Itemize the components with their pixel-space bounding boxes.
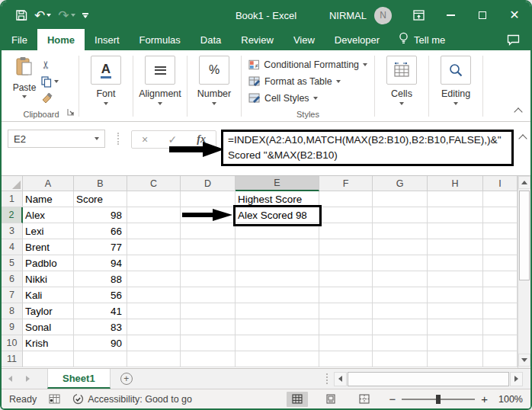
format-painter-button[interactable] (41, 92, 53, 104)
normal-view-icon[interactable] (287, 392, 308, 407)
maximize-button[interactable] (466, 2, 498, 29)
cell-g9[interactable] (373, 319, 428, 335)
cell-e10[interactable] (236, 335, 319, 351)
row-header-6[interactable]: 6 (2, 271, 23, 287)
save-icon[interactable] (15, 9, 27, 21)
scroll-up-icon[interactable] (518, 176, 530, 189)
tab-view[interactable]: View (284, 29, 325, 50)
cell-i1[interactable] (483, 191, 518, 207)
new-sheet-button[interactable]: + (111, 369, 143, 389)
row-header-5[interactable]: 5 (2, 255, 23, 271)
cell-i7[interactable] (483, 287, 518, 303)
cut-button[interactable]: ✂ (41, 59, 50, 71)
cell-e9[interactable] (236, 319, 319, 335)
previous-sheet-icon[interactable] (2, 369, 19, 389)
row-header-7[interactable]: 7 (2, 287, 23, 303)
macro-record-icon[interactable] (49, 394, 60, 404)
cell-i6[interactable] (483, 271, 518, 287)
cell-f11[interactable] (319, 351, 373, 367)
cells-group[interactable]: Cells (377, 53, 426, 121)
cell-a4[interactable]: Brent (23, 239, 74, 255)
zoom-out-icon[interactable]: − (389, 393, 396, 405)
font-dropdown-icon[interactable] (104, 102, 108, 105)
cell-f3[interactable] (319, 223, 373, 239)
cells-dropdown-icon[interactable] (399, 102, 404, 105)
cell-d6[interactable] (181, 271, 236, 287)
cell-f9[interactable] (319, 319, 373, 335)
zoom-level[interactable]: 100% (494, 394, 523, 405)
cell-b7[interactable]: 56 (74, 287, 127, 303)
zoom-slider[interactable] (402, 399, 475, 400)
column-header-e[interactable]: E (236, 176, 319, 191)
cell-a9[interactable]: Sonal (23, 319, 74, 335)
row-header-4[interactable]: 4 (2, 239, 23, 255)
cell-a6[interactable]: Nikki (23, 271, 74, 287)
cell-g8[interactable] (373, 303, 428, 319)
enter-icon[interactable]: ✓ (168, 133, 177, 146)
cell-h10[interactable] (428, 335, 483, 351)
cell-i11[interactable] (483, 351, 518, 367)
cell-g10[interactable] (373, 335, 428, 351)
copy-button[interactable] (41, 75, 59, 88)
undo-dropdown-icon[interactable] (46, 14, 51, 17)
insert-function-icon[interactable]: fx (197, 133, 206, 146)
cell-f5[interactable] (319, 255, 373, 271)
cell-g3[interactable] (373, 223, 428, 239)
editing-dropdown-icon[interactable] (453, 102, 458, 105)
page-break-view-icon[interactable] (354, 392, 375, 407)
cell-b10[interactable]: 90 (74, 335, 127, 351)
row-header-1[interactable]: 1 (2, 191, 23, 207)
next-sheet-icon[interactable] (19, 369, 37, 389)
comments-icon[interactable] (507, 29, 520, 50)
cell-e5[interactable] (236, 255, 319, 271)
cell-b8[interactable]: 41 (74, 303, 127, 319)
cell-h5[interactable] (428, 255, 483, 271)
cell-b4[interactable]: 77 (74, 239, 127, 255)
tab-insert[interactable]: Insert (85, 29, 130, 50)
customize-quick-access-icon[interactable] (82, 13, 88, 18)
cell-c11[interactable] (127, 351, 181, 367)
cell-d7[interactable] (181, 287, 236, 303)
cell-g5[interactable] (373, 255, 428, 271)
cell-e4[interactable] (236, 239, 319, 255)
column-header-h[interactable]: H (428, 176, 483, 191)
name-box-dropdown-icon[interactable] (95, 137, 99, 140)
cell-b1[interactable]: Score (74, 191, 127, 207)
cell-e1[interactable]: Highest Score (236, 191, 319, 207)
name-box[interactable]: E2 (8, 130, 105, 148)
cell-c5[interactable] (127, 255, 181, 271)
formula-input[interactable]: =INDEX(A2:A10,MATCH(MAX(B2:B10),B2:B10,F… (221, 130, 514, 166)
cell-g4[interactable] (373, 239, 428, 255)
cell-i3[interactable] (483, 223, 518, 239)
cell-g11[interactable] (373, 351, 428, 367)
tab-review[interactable]: Review (231, 29, 284, 50)
cell-f10[interactable] (319, 335, 373, 351)
alignment-group[interactable]: Alignment (136, 53, 184, 121)
minimize-button[interactable] (434, 2, 466, 29)
cell-f4[interactable] (319, 239, 373, 255)
tab-developer[interactable]: Developer (325, 29, 389, 50)
cell-i8[interactable] (483, 303, 518, 319)
cell-f8[interactable] (319, 303, 373, 319)
copy-dropdown-icon[interactable] (54, 80, 59, 83)
cell-f6[interactable] (319, 271, 373, 287)
undo-button[interactable]: ↶ (34, 9, 51, 22)
editing-group[interactable]: Editing (431, 53, 480, 121)
cell-c2[interactable] (127, 207, 181, 223)
cell-f7[interactable] (319, 287, 373, 303)
vertical-scrollbar[interactable] (518, 176, 530, 368)
font-group[interactable]: A Font (82, 53, 130, 121)
row-header-2[interactable]: 2 (2, 207, 23, 223)
cell-a1[interactable]: Name (23, 191, 74, 207)
cell-b9[interactable]: 83 (74, 319, 127, 335)
cell-a3[interactable]: Lexi (23, 223, 74, 239)
cell-g7[interactable] (373, 287, 428, 303)
cell-a5[interactable]: Padblo (23, 255, 74, 271)
account-name[interactable]: NIRMAL (329, 10, 367, 21)
number-group[interactable]: % Number (190, 53, 239, 121)
column-header-d[interactable]: D (181, 176, 236, 191)
horizontal-scroll-thumb[interactable] (348, 372, 509, 386)
cancel-icon[interactable]: × (142, 133, 148, 146)
cell-e6[interactable] (236, 271, 319, 287)
cell-d2[interactable] (181, 207, 236, 223)
